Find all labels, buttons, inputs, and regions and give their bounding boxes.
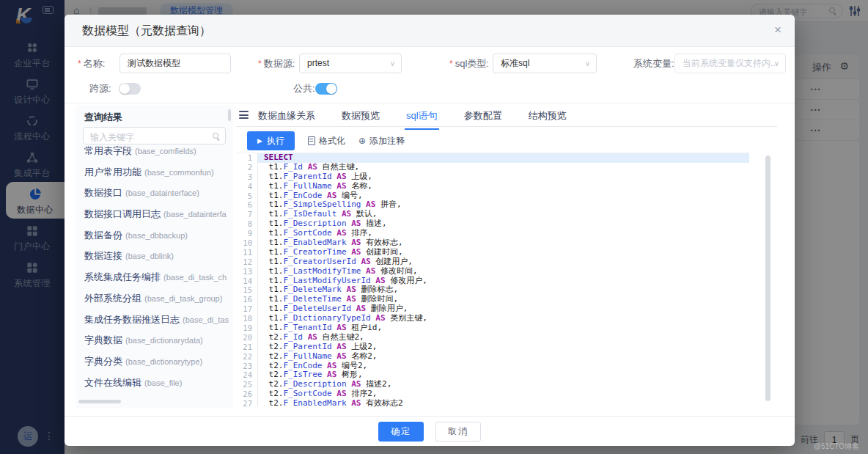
- tab-2[interactable]: 数据预览: [340, 105, 381, 130]
- public-toggle[interactable]: [315, 83, 337, 95]
- chevron-down-icon: ∨: [390, 54, 395, 73]
- dialog-title: 数据模型（元数据查询）: [82, 23, 211, 39]
- tab-1[interactable]: 数据血缘关系: [257, 105, 317, 130]
- name-label: *名称:: [78, 57, 105, 70]
- editor-tabs-row: 数据血缘关系数据预览sql语句参数配置结构预览: [236, 105, 777, 127]
- line-number: 14: [236, 277, 258, 286]
- code-line[interactable]: 13 t1.F_LastModifyTime AS 修改时间,: [236, 267, 749, 277]
- code-line[interactable]: 4 t1.F_FullName AS 名称,: [236, 182, 749, 191]
- code-line[interactable]: 7 t1.F_IsDefault AS 默认,: [236, 210, 749, 219]
- table-list-item[interactable]: 外部系统分组(base_di_task_group): [84, 288, 232, 309]
- code-line[interactable]: 14 t1.F_LastModifyUserId AS 修改用户,: [236, 277, 749, 286]
- code-line[interactable]: 1SELECT: [236, 153, 749, 163]
- table-list-item[interactable]: 数据连接(base_dblink): [84, 245, 232, 266]
- code-line[interactable]: 20 t2.F_Id AS 自然主键2,: [236, 333, 749, 343]
- line-number: 26: [236, 389, 258, 399]
- line-number: 7: [236, 210, 258, 219]
- table-list-item[interactable]: 用户常用功能(base_commonfun): [84, 161, 232, 183]
- code-line[interactable]: 25 t2.F_Description AS 描述2,: [236, 380, 749, 389]
- line-number: 12: [236, 257, 258, 267]
- dialog-header: 数据模型（元数据查询） ×: [65, 15, 795, 47]
- table-list-item[interactable]: 数据接口(base_datainterface): [84, 182, 232, 203]
- name-input[interactable]: 测试数据模型: [119, 54, 231, 73]
- table-list: 常用表字段(base_comfields)用户常用功能(base_commonf…: [84, 146, 232, 398]
- editor-scrollbar[interactable]: [765, 155, 770, 401]
- code-line[interactable]: 17 t1.F_DeleteUserId AS 删除用户,: [236, 304, 749, 314]
- list-icon[interactable]: [239, 111, 249, 119]
- line-number: 3: [236, 172, 258, 182]
- tab-4[interactable]: 参数配置: [463, 105, 504, 130]
- code-line[interactable]: 9 t1.F_SortCode AS 排序,: [236, 229, 749, 238]
- line-number: 15: [236, 285, 258, 295]
- sqltype-label: *sql类型:: [449, 57, 489, 70]
- query-result-panel: 查询结果 输入关键字 常用表字段(base_comfields)用户常用功能(b…: [76, 105, 233, 408]
- datasource-select[interactable]: prtest∨: [299, 54, 402, 73]
- line-number: 8: [236, 219, 258, 229]
- table-search-input[interactable]: 输入关键字: [83, 127, 226, 144]
- format-button[interactable]: 格式化: [308, 135, 345, 147]
- code-line[interactable]: 10 t1.F_EnabledMark AS 有效标志,: [236, 238, 749, 248]
- data-model-dialog: 数据模型（元数据查询） × *名称: 测试数据模型 *数据源: prtest∨ …: [65, 15, 795, 446]
- code-line[interactable]: 12 t1.F_CreatorUserId AS 创建用户,: [236, 257, 749, 267]
- table-list-item[interactable]: 系统集成任务编排(base_di_task_ch: [84, 266, 232, 288]
- line-number: 10: [236, 238, 258, 248]
- close-icon[interactable]: ×: [774, 23, 781, 37]
- cancel-button[interactable]: 取消: [435, 422, 481, 442]
- code-line[interactable]: 23 t2.F_EnCode AS 编号2,: [236, 362, 749, 371]
- code-line[interactable]: 19 t1.F_TenantId AS 租户id,: [236, 323, 749, 333]
- code-line[interactable]: 6 t1.F_SimpleSpelling AS 拼音,: [236, 200, 749, 210]
- sqltype-select[interactable]: 标准sql∨: [493, 54, 597, 73]
- line-number: 9: [236, 229, 258, 238]
- sql-code-editor[interactable]: 1SELECT2 t1.F_Id AS 自然主键,3 t1.F_ParentId…: [236, 153, 749, 407]
- screen: K 企业平台设计中心流程中心集成平台数据中心门户中心系统管理 运 ⋮ ⌂ | 数…: [0, 0, 868, 454]
- code-line[interactable]: 11 t1.F_CreatorTime AS 创建时间,: [236, 248, 749, 257]
- code-line[interactable]: 3 t1.F_ParentId AS 上级,: [236, 172, 749, 182]
- run-button[interactable]: ▶ 执行: [247, 131, 295, 150]
- table-list-item[interactable]: 字典数据(base_dictionarydata): [84, 329, 232, 351]
- code-line[interactable]: 5 t1.F_EnCode AS 编号,: [236, 191, 749, 201]
- code-line[interactable]: 24 t2.F_IsTree AS 树形,: [236, 370, 749, 380]
- code-line[interactable]: 22 t2.F_FullName AS 名称2,: [236, 352, 749, 362]
- dialog-footer: 确定 取消: [65, 416, 795, 446]
- code-line[interactable]: 15 t1.F_DeleteMark AS 删除标志,: [236, 285, 749, 295]
- cross-source-toggle[interactable]: [119, 83, 141, 95]
- add-comment-button[interactable]: ⊕ 添加注释: [358, 135, 405, 147]
- table-list-item[interactable]: 数据接口调用日志(base_datainterfa: [84, 203, 232, 224]
- datasource-label: *数据源:: [258, 57, 295, 70]
- line-number: 11: [236, 248, 258, 257]
- line-number: 19: [236, 323, 258, 333]
- public-label: 公共:: [293, 82, 315, 95]
- code-line[interactable]: 21 t2.F_ParentId AS 上级2,: [236, 343, 749, 352]
- tab-3[interactable]: sql语句: [405, 105, 439, 130]
- table-list-item[interactable]: 数据备份(base_dbbackup): [84, 224, 232, 246]
- code-line[interactable]: 8 t1.F_Description AS 描述,: [236, 219, 749, 229]
- tab-5[interactable]: 结构预览: [527, 105, 568, 130]
- table-list-item[interactable]: 常用表字段(base_comfields): [84, 146, 232, 161]
- line-number: 21: [236, 343, 258, 352]
- plus-circle-icon: ⊕: [358, 136, 366, 146]
- line-number: 2: [236, 163, 258, 172]
- line-number: 24: [236, 370, 258, 380]
- line-number: 23: [236, 362, 258, 371]
- table-list-item[interactable]: 文件在线编辑(base_file): [84, 372, 232, 393]
- code-line[interactable]: 26 t2.F_SortCode AS 排序2,: [236, 389, 749, 399]
- code-line[interactable]: 18 t1.F_DictionaryTypeId AS 类别主键,: [236, 314, 749, 323]
- sysvar-label: 系统变量:: [633, 57, 674, 70]
- dialog-form: *名称: 测试数据模型 *数据源: prtest∨ *sql类型: 标准sql∨…: [65, 47, 795, 103]
- code-line[interactable]: 16 t1.F_DeleteTime AS 删除时间,: [236, 295, 749, 304]
- line-number: 4: [236, 182, 258, 191]
- panel-scrollbar[interactable]: [228, 109, 231, 121]
- table-list-item[interactable]: 字典分类(base_dictionarytype): [84, 351, 232, 372]
- panel-hscrollbar[interactable]: [78, 400, 121, 403]
- query-result-title: 查询结果: [84, 111, 122, 124]
- table-list-item[interactable]: 集成任务数据推送日志(base_di_tas: [84, 309, 232, 330]
- code-line[interactable]: 27 t2.F_EnabledMark AS 有效标志2: [236, 399, 749, 407]
- sysvar-select[interactable]: 当前系统变量仅支持内...∨: [674, 54, 786, 73]
- line-number: 1: [236, 153, 258, 163]
- editor-toolbar: ▶ 执行 格式化 ⊕ 添加注释: [236, 131, 405, 151]
- chevron-down-icon: ∨: [774, 54, 779, 73]
- ok-button[interactable]: 确定: [378, 422, 424, 442]
- search-icon: [213, 133, 218, 139]
- line-number: 16: [236, 295, 258, 304]
- code-line[interactable]: 2 t1.F_Id AS 自然主键,: [236, 163, 749, 172]
